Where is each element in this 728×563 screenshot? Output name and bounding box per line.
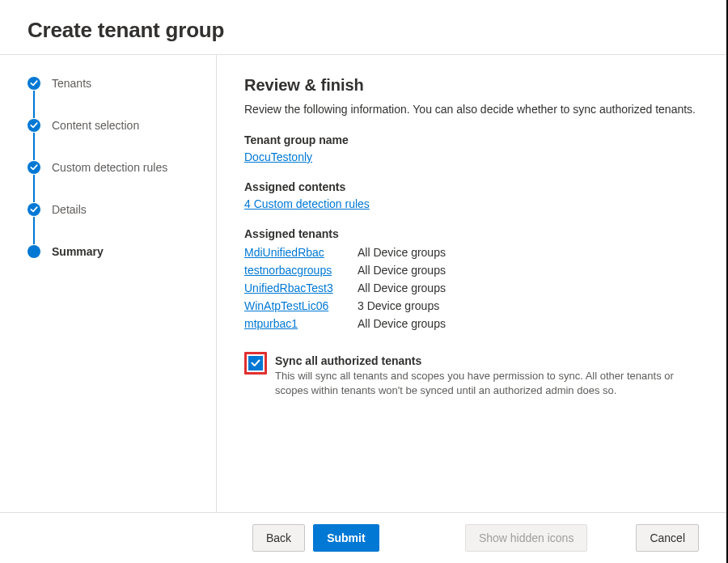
- tenant-scope: All Device groups: [358, 261, 446, 279]
- tenant-name-link[interactable]: MdiUnifiedRbac: [244, 243, 341, 261]
- sync-checkbox[interactable]: [248, 356, 263, 370]
- check-icon: [28, 77, 40, 90]
- wizard-step-tenants[interactable]: Tenants: [28, 76, 192, 91]
- tenant-scope: 3 Device groups: [358, 297, 439, 315]
- check-icon: [28, 161, 40, 174]
- wizard-step-label: Summary: [52, 245, 104, 258]
- tenant-name-link[interactable]: mtpurbac1: [244, 315, 341, 332]
- sync-checkbox-row: Sync all authorized tenants This will sy…: [244, 352, 699, 397]
- section-assigned-tenants: Assigned tenants MdiUnifiedRbac All Devi…: [244, 227, 699, 332]
- show-hidden-icons-button[interactable]: Show hidden icons: [465, 524, 588, 552]
- section-assigned-contents: Assigned contents 4 Custom detection rul…: [244, 180, 699, 211]
- tenant-row: testnorbacgroups All Device groups: [244, 261, 699, 279]
- highlight-box: [244, 352, 267, 375]
- current-step-icon: [28, 245, 40, 258]
- tenant-name-link[interactable]: UnifiedRbacTest3: [244, 279, 341, 297]
- wizard-step-summary[interactable]: Summary: [28, 244, 192, 259]
- check-icon: [28, 119, 40, 132]
- tenant-name-link[interactable]: WinAtpTestLic06: [244, 297, 341, 315]
- tenant-row: UnifiedRbacTest3 All Device groups: [244, 279, 699, 297]
- assigned-tenants-list: MdiUnifiedRbac All Device groups testnor…: [244, 243, 699, 332]
- assigned-tenants-label: Assigned tenants: [244, 227, 699, 240]
- page-title: Create tenant group: [28, 18, 699, 43]
- wizard-step-label: Custom detection rules: [52, 161, 167, 174]
- wizard-step-custom-detection-rules[interactable]: Custom detection rules: [28, 160, 192, 175]
- tenant-group-name-link[interactable]: DocuTestonly: [244, 150, 312, 163]
- wizard-step-label: Content selection: [52, 119, 139, 132]
- tenant-row: MdiUnifiedRbac All Device groups: [244, 243, 699, 261]
- wizard-step-label: Tenants: [52, 77, 91, 90]
- sync-checkbox-label: Sync all authorized tenants: [275, 354, 699, 367]
- tenant-scope: All Device groups: [358, 315, 446, 332]
- assigned-contents-label: Assigned contents: [244, 180, 699, 193]
- check-icon: [28, 203, 40, 216]
- tenant-scope: All Device groups: [358, 243, 446, 261]
- review-heading: Review & finish: [244, 76, 699, 95]
- wizard-steps: Tenants Content selection Custom detecti…: [0, 55, 217, 512]
- wizard-step-label: Details: [52, 203, 87, 216]
- submit-button[interactable]: Submit: [313, 524, 379, 552]
- tenant-scope: All Device groups: [358, 279, 446, 297]
- review-panel: Review & finish Review the following inf…: [217, 55, 726, 512]
- wizard-step-content-selection[interactable]: Content selection: [28, 118, 192, 133]
- tenant-row: mtpurbac1 All Device groups: [244, 315, 699, 332]
- back-button[interactable]: Back: [252, 524, 305, 552]
- assigned-contents-link[interactable]: 4 Custom detection rules: [244, 197, 370, 210]
- footer: Back Submit Show hidden icons Cancel: [0, 512, 726, 563]
- wizard-step-details[interactable]: Details: [28, 202, 192, 217]
- sync-checkbox-description: This will sync all tenants and scopes yo…: [275, 369, 696, 397]
- tenant-name-link[interactable]: testnorbacgroups: [244, 261, 341, 279]
- review-subtext: Review the following information. You ca…: [244, 103, 699, 116]
- cancel-button[interactable]: Cancel: [636, 524, 699, 552]
- tenant-group-name-label: Tenant group name: [244, 133, 699, 146]
- tenant-row: WinAtpTestLic06 3 Device groups: [244, 297, 699, 315]
- section-tenant-group-name: Tenant group name DocuTestonly: [244, 133, 699, 164]
